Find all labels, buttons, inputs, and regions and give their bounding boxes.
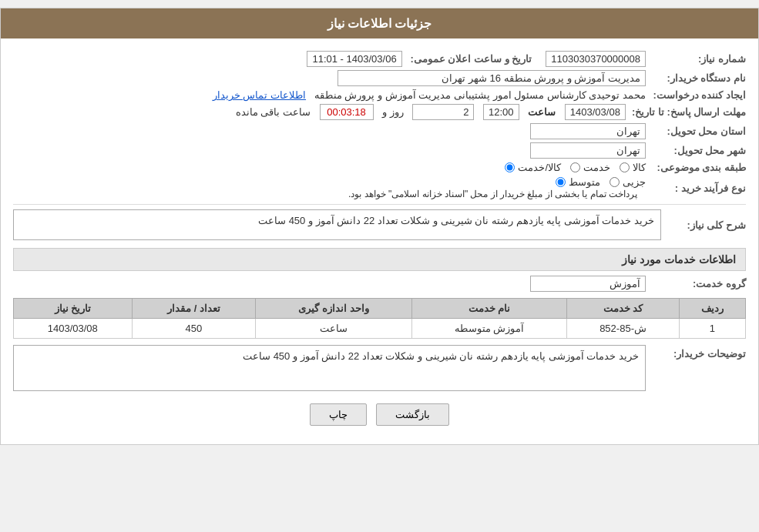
time-label: ساعت (528, 106, 556, 118)
purchase-type-row: نوع فرآیند خرید : جزیی متوسط پرداخت تمام… (13, 176, 746, 199)
buyer-org-label: نام دستگاه خریدار: (646, 72, 746, 84)
service-group-value: آموزش (13, 276, 646, 292)
category-service-item: خدمت (570, 162, 610, 173)
buyer-org-box: مدیریت آموزش و پرورش منطقه 16 شهر تهران (338, 70, 646, 86)
purchase-type-label: نوع فرآیند خرید : (646, 182, 746, 194)
category-service-label: خدمت (583, 162, 610, 173)
need-number-box: 1103030370000008 (546, 51, 646, 67)
days-label: روز و (382, 106, 404, 118)
province-value: تهران (13, 123, 646, 139)
category-goods-service-item: کالا/خدمت (505, 162, 561, 173)
deadline-row: مهلت ارسال پاسخ: تا تاریخ: 1403/03/08 سا… (13, 104, 746, 120)
purchase-note: پرداخت تمام یا بخشی از مبلغ خریدار از مح… (348, 189, 637, 199)
buyer-notes-value: خرید خدمات آموزشی پایه یازدهم رشته نان ش… (13, 345, 646, 391)
table-cell: 1403/03/08 (14, 319, 133, 339)
city-row: شهر محل تحویل: تهران (13, 142, 746, 159)
button-row: چاپ بازگشت (13, 403, 746, 426)
page-wrapper: جزئیات اطلاعات نیاز شماره نیاز: 11030303… (0, 8, 759, 445)
print-button[interactable]: چاپ (310, 403, 367, 426)
province-row: استان محل تحویل: تهران (13, 123, 746, 139)
deadline-countdown: 00:03:18 (320, 104, 374, 120)
buyer-notes-label: توضیحات خریدار: (646, 345, 746, 360)
buyer-notes-row: توضیحات خریدار: خرید خدمات آموزشی پایه ی… (13, 345, 746, 391)
category-value: کالا خدمت کالا/خدمت (13, 162, 646, 173)
category-row: طبقه بندی موضوعی: کالا خدمت کالا/خدمت (13, 162, 746, 173)
deadline-value: 1403/03/08 ساعت 12:00 2 روز و 00:03:18 س… (13, 104, 626, 120)
creator-value: محمد توحیدی کارشناس مسئول امور پشتیبانی … (13, 89, 646, 101)
page-title: جزئیات اطلاعات نیاز (327, 17, 432, 30)
buyer-notes-text: خرید خدمات آموزشی پایه یازدهم رشته نان ش… (243, 350, 639, 362)
city-value: تهران (13, 142, 646, 159)
category-goods-service-label: کالا/خدمت (518, 162, 561, 173)
need-description-label: شرح کلی نیاز: (661, 219, 746, 231)
category-goods-label: کالا (633, 162, 646, 173)
service-group-box: آموزش (530, 276, 646, 292)
purchase-type-value: جزیی متوسط پرداخت تمام یا بخشی از مبلغ خ… (13, 176, 646, 199)
purchase-partial-label: جزیی (623, 176, 646, 188)
purchase-partial-radio[interactable] (610, 177, 620, 187)
page-header: جزئیات اطلاعات نیاز (1, 8, 758, 38)
announcement-value: 1403/03/06 - 11:01 (307, 51, 401, 67)
category-service-radio[interactable] (570, 162, 580, 172)
category-goods-radio[interactable] (620, 162, 630, 172)
need-number-row: شماره نیاز: 1103030370000008 تاریخ و ساع… (13, 51, 746, 67)
purchase-medium-radio[interactable] (556, 177, 566, 187)
need-number-label: شماره نیاز: (646, 53, 746, 65)
services-table: ردیف کد خدمت نام خدمت واحد اندازه گیری ت… (13, 298, 746, 339)
creator-label: ایجاد کننده درخواست: (646, 89, 746, 101)
province-box: تهران (530, 123, 646, 139)
col-quantity: تعداد / مقدار (132, 299, 256, 319)
table-row: 1ش-85-852آموزش متوسطهساعت4501403/03/08 (14, 319, 746, 339)
col-code: کد خدمت (567, 299, 680, 319)
col-date: تاریخ نیاز (14, 299, 133, 319)
need-number-value: 1103030370000008 تاریخ و ساعت اعلان عموم… (13, 51, 646, 67)
creator-row: ایجاد کننده درخواست: محمد توحیدی کارشناس… (13, 89, 746, 101)
deadline-label: مهلت ارسال پاسخ: تا تاریخ: (626, 106, 746, 118)
back-button[interactable]: بازگشت (376, 403, 449, 426)
category-radio-group: کالا خدمت کالا/خدمت (13, 162, 646, 173)
remaining-label: ساعت باقی مانده (236, 106, 311, 118)
service-group-row: گروه خدمت: آموزش (13, 276, 746, 292)
category-goods-service-radio[interactable] (505, 162, 515, 172)
divider-1 (13, 204, 746, 205)
col-unit: واحد اندازه گیری (256, 299, 412, 319)
need-description-row: شرح کلی نیاز: خرید خدمات آموزشی پایه یاز… (13, 209, 746, 240)
deadline-time: 12:00 (483, 104, 519, 120)
category-label: طبقه بندی موضوعی: (646, 162, 746, 173)
services-table-body: 1ش-85-852آموزش متوسطهساعت4501403/03/08 (14, 319, 746, 339)
purchase-partial-item: جزیی (610, 176, 646, 188)
purchase-medium-item: متوسط (556, 176, 600, 188)
table-cell: 450 (132, 319, 256, 339)
city-label: شهر محل تحویل: (646, 145, 746, 156)
need-description-text: خرید خدمات آموزشی پایه یازدهم رشته نان ش… (258, 215, 654, 226)
table-cell: آموزش متوسطه (411, 319, 566, 339)
contact-link[interactable]: اطلاعات تماس خریدار (213, 89, 306, 101)
table-cell: ساعت (256, 319, 412, 339)
announcement-label: تاریخ و ساعت اعلان عمومی: (410, 53, 532, 65)
creator-text: محمد توحیدی کارشناس مسئول امور پشتیبانی … (314, 89, 646, 101)
col-name: نام خدمت (411, 299, 566, 319)
service-group-label: گروه خدمت: (646, 278, 746, 289)
col-row-num: ردیف (679, 299, 745, 319)
deadline-date: 1403/03/08 (565, 104, 626, 120)
province-label: استان محل تحویل: (646, 125, 746, 137)
buyer-org-value: مدیریت آموزش و پرورش منطقه 16 شهر تهران (13, 70, 646, 86)
content-area: شماره نیاز: 1103030370000008 تاریخ و ساع… (1, 38, 758, 444)
purchase-medium-label: متوسط (569, 176, 600, 188)
services-table-head: ردیف کد خدمت نام خدمت واحد اندازه گیری ت… (14, 299, 746, 319)
services-table-header-row: ردیف کد خدمت نام خدمت واحد اندازه گیری ت… (14, 299, 746, 319)
city-box: تهران (530, 142, 646, 159)
purchase-radio-group: جزیی متوسط (13, 176, 646, 188)
deadline-days: 2 (412, 104, 474, 120)
services-section-label: اطلاعات خدمات مورد نیاز (622, 253, 736, 266)
services-section-header: اطلاعات خدمات مورد نیاز (13, 248, 746, 271)
table-cell: ش-85-852 (567, 319, 680, 339)
need-description-value: خرید خدمات آموزشی پایه یازدهم رشته نان ش… (13, 209, 661, 240)
table-cell: 1 (679, 319, 745, 339)
buyer-org-row: نام دستگاه خریدار: مدیریت آموزش و پرورش … (13, 70, 746, 86)
category-goods-item: کالا (620, 162, 646, 173)
